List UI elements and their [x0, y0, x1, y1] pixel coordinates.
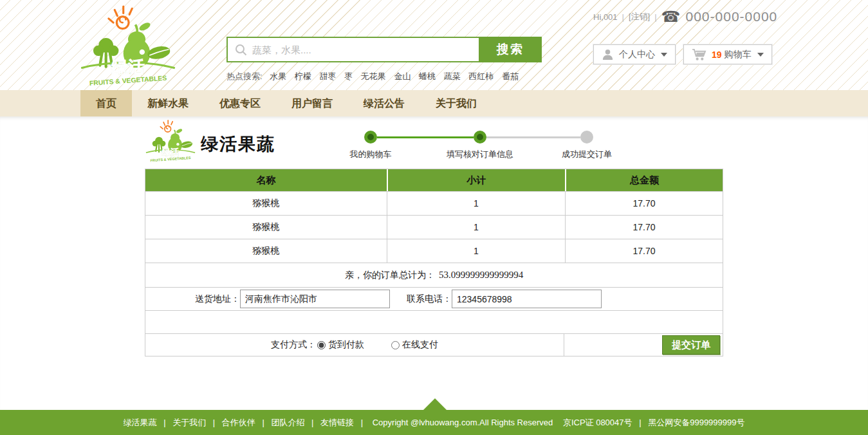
step-dot-success — [580, 131, 593, 143]
submit-order-button[interactable]: 提交订单 — [662, 335, 720, 355]
separator: | — [213, 418, 215, 427]
item-name: 猕猴桃 — [145, 192, 387, 215]
cart-count-badge: 19 — [712, 50, 722, 60]
order-total-label: 亲，你的订单总计为： — [345, 270, 435, 281]
hot-term[interactable]: 番茄 — [502, 71, 519, 81]
step-connector-done — [377, 136, 474, 138]
step-label-success: 成功提交订单 — [562, 149, 612, 160]
hot-term[interactable]: 水果 — [270, 71, 286, 81]
step-label-confirm: 填写核对订单信息 — [447, 149, 513, 160]
order-total-value: 53.099999999999994 — [439, 270, 523, 281]
user-center-label: 个人中心 — [619, 49, 655, 60]
payment-option-cod[interactable]: 货到付款 — [317, 339, 364, 351]
fruits-vegetables-logo-icon: 绿活 FRUITS & VEGETABLES — [77, 4, 179, 88]
table-row: 猕猴桃 1 17.70 — [145, 191, 723, 215]
hot-term[interactable]: 蟠桃 — [419, 71, 436, 81]
separator: | — [654, 12, 656, 22]
nav-item-messages[interactable]: 用户留言 — [276, 90, 348, 116]
footer-triangle-icon — [423, 398, 447, 410]
item-qty: 1 — [387, 239, 565, 263]
footer-link-about[interactable]: 关于我们 — [172, 418, 206, 427]
table-header-row: 名称 小计 总金额 — [145, 169, 723, 191]
cart-button[interactable]: 19 购物车 — [683, 44, 772, 64]
payment-label: 支付方式： — [271, 339, 316, 351]
order-total-row: 亲，你的订单总计为： 53.099999999999994 — [145, 263, 723, 287]
separator: | — [163, 418, 165, 427]
table-row: 猕猴桃 1 17.70 — [145, 215, 723, 239]
step-dot-confirm — [474, 131, 486, 143]
fruits-vegetables-logo-icon: 绿活 FRUITS & VEGETABLES — [144, 119, 197, 163]
chevron-down-icon — [757, 53, 764, 57]
hot-term[interactable]: 蔬菜 — [444, 71, 461, 81]
footer-link-brand[interactable]: 绿活果蔬 — [124, 418, 157, 427]
chevron-down-icon — [661, 53, 667, 57]
hot-term[interactable]: 甜枣 — [320, 71, 337, 81]
nav-item-about[interactable]: 关于我们 — [420, 90, 492, 116]
hot-term[interactable]: 金山 — [394, 71, 411, 81]
cart-icon — [692, 48, 706, 61]
hot-term[interactable]: 枣 — [344, 71, 353, 81]
logout-link[interactable]: [注销] — [629, 11, 650, 23]
leaf-icon — [147, 44, 171, 61]
logo-text: 绿活 — [111, 57, 145, 77]
cart-label: 购物车 — [725, 49, 752, 60]
user-icon — [602, 48, 614, 60]
table-row: 猕猴桃 1 17.70 — [145, 239, 723, 263]
search-button[interactable]: 搜索 — [479, 37, 542, 62]
contact-phone-input[interactable] — [452, 290, 602, 308]
step-dot-cart — [364, 131, 377, 143]
address-input[interactable] — [240, 290, 390, 308]
step-connector-pending — [486, 136, 580, 138]
footer-link-team[interactable]: 团队介绍 — [271, 418, 304, 427]
item-name: 猕猴桃 — [145, 216, 387, 239]
footer-link-partners[interactable]: 合作伙伴 — [222, 418, 255, 427]
online-pay-label: 在线支付 — [402, 339, 438, 351]
column-header-name: 名称 — [145, 169, 387, 191]
hot-term[interactable]: 无花果 — [361, 71, 386, 81]
sun-icon — [109, 6, 132, 28]
nav-item-deals[interactable]: 优惠专区 — [204, 90, 276, 116]
search-input[interactable] — [252, 38, 476, 61]
step-label-cart: 我的购物车 — [350, 149, 392, 160]
item-amount: 17.70 — [565, 216, 723, 239]
cod-radio[interactable] — [317, 341, 326, 349]
logo-text: 绿活 — [161, 147, 180, 157]
payment-row: 支付方式： 货到付款 在线支付 提交订单 — [145, 333, 723, 356]
site-header: 绿活 FRUITS & VEGETABLES Hi,001 | [注销] | ☎… — [0, 0, 868, 90]
search-icon — [235, 44, 248, 57]
security-record[interactable]: 黑公网安备9999999999号 — [648, 418, 744, 427]
nav-item-fresh-fruit[interactable]: 新鲜水果 — [132, 90, 204, 116]
hot-term[interactable]: 柠檬 — [295, 71, 311, 81]
hot-term[interactable]: 西红柿 — [468, 71, 494, 81]
account-buttons: 个人中心 19 购物车 — [593, 44, 772, 64]
checkout-content: 绿活 FRUITS & VEGETABLES 绿活果蔬 我的购物车 填写核对订单… — [0, 116, 868, 410]
phone-icon: ☎ — [661, 9, 681, 24]
sun-icon — [160, 120, 172, 132]
mini-brand-logo: 绿活 FRUITS & VEGETABLES — [144, 119, 197, 163]
online-pay-radio[interactable] — [391, 341, 400, 349]
search-field — [226, 37, 479, 62]
page-title: 绿活果蔬 — [201, 133, 275, 156]
footer-link-friends[interactable]: 友情链接 — [320, 418, 354, 427]
hotline-number: 000-000-0000 — [686, 9, 778, 24]
order-table: 名称 小计 总金额 猕猴桃 1 17.70 猕猴桃 1 17.70 猕猴桃 1 … — [145, 169, 723, 356]
item-qty: 1 — [387, 216, 565, 239]
item-amount: 17.70 — [565, 239, 723, 263]
separator: | — [639, 418, 641, 427]
top-user-bar: Hi,001 | [注销] | ☎ 000-000-0000 — [593, 9, 777, 24]
footer-text: 绿活果蔬 | 关于我们 | 合作伙伴 | 团队介绍 | 友情链接 | Copyr… — [0, 410, 868, 435]
contact-phone-label: 联系电话： — [407, 293, 452, 305]
icp-license[interactable]: 京ICP证 080047号 — [563, 418, 633, 427]
address-row: 送货地址： 联系电话： — [145, 287, 723, 310]
column-header-total: 总金额 — [565, 169, 723, 191]
copyright-text: Copyright @lvhuowang.com.All Rights Rese… — [373, 418, 553, 427]
search-box: 搜索 — [226, 37, 542, 62]
brand-logo[interactable]: 绿活 FRUITS & VEGETABLES — [77, 4, 179, 88]
greeting-text: Hi,001 — [593, 12, 618, 22]
hot-search-bar: 热点搜索: 水果 柠檬 甜枣 枣 无花果 金山 蟠桃 蔬菜 西红柿 番茄 — [226, 71, 524, 82]
item-qty: 1 — [387, 192, 565, 215]
payment-option-online[interactable]: 在线支付 — [391, 339, 438, 351]
nav-item-notices[interactable]: 绿活公告 — [348, 90, 420, 116]
user-center-button[interactable]: 个人中心 — [593, 44, 676, 64]
nav-item-home[interactable]: 首页 — [80, 90, 132, 116]
